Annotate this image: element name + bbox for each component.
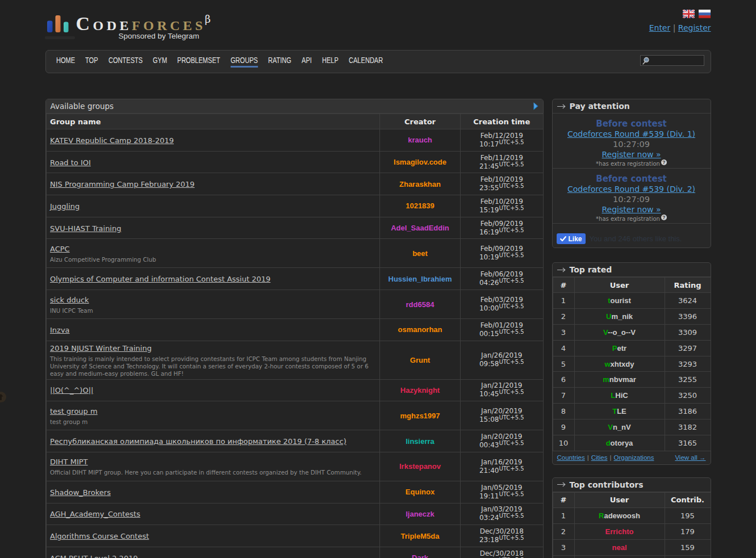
group-link[interactable]: Shadow_Brokers — [50, 488, 111, 497]
contest-link[interactable]: Codeforces Round #539 (Div. 1) — [567, 129, 695, 139]
creator-link[interactable]: Zharaskhan — [399, 180, 441, 188]
creation-time: Feb/12/201910:17UTC+5.5 — [461, 129, 544, 152]
scroll-top-button[interactable] — [0, 392, 6, 402]
nav-item-top: TOP — [85, 56, 98, 68]
group-link[interactable]: KATEV Republic Camp 2018-2019 — [50, 136, 174, 145]
groups-arrow-icon[interactable] — [533, 102, 538, 110]
group-link[interactable]: Road to IOI — [50, 158, 91, 167]
user-link[interactable] — [574, 555, 665, 558]
creator-link[interactable]: Dark — [412, 553, 428, 558]
logo-bars-icon — [47, 15, 69, 32]
timezone-sup: UTC+5.5 — [499, 139, 524, 145]
nav-link-rating[interactable]: RATING — [268, 56, 291, 68]
creator-link[interactable]: krauch — [408, 136, 432, 144]
register-now-link[interactable]: Register now » — [602, 150, 661, 159]
like-button[interactable]: Like — [557, 233, 586, 244]
help-icon[interactable]: ? — [661, 160, 667, 165]
user-link[interactable]: Radewoosh — [574, 507, 665, 523]
group-link[interactable]: Juggling — [50, 202, 80, 211]
group-link[interactable]: sick dduck — [50, 296, 89, 304]
user-row: 2Errichto179 — [553, 523, 711, 539]
group-link[interactable]: SVU-HIAST Training — [50, 224, 121, 233]
contest-countdown: 10:27:09 — [553, 194, 711, 204]
group-link[interactable]: DIHT MIPT — [50, 458, 88, 466]
nav-link-contests[interactable]: CONTESTS — [108, 56, 143, 68]
flag-uk-icon[interactable] — [683, 10, 695, 18]
register-now-link[interactable]: Register now » — [602, 205, 661, 214]
group-link[interactable]: Olympics of Computer and information Con… — [50, 275, 270, 283]
help-icon[interactable]: ? — [661, 215, 667, 220]
rank-cell: 9 — [553, 419, 574, 435]
page-header: Codeforcesβ Sponsored by Telegram — [45, 0, 711, 50]
group-link[interactable]: NIS Programming Camp February 2019 — [50, 180, 195, 188]
creator-link[interactable]: Ismagilov.code — [394, 158, 446, 166]
creator-link[interactable]: Hussien_Ibrahiem — [389, 275, 452, 283]
footer-link-countries[interactable]: Countries — [557, 454, 585, 461]
user-link[interactable]: mnbvmar — [574, 372, 665, 388]
nav-link-problemset[interactable]: PROBLEMSET — [177, 56, 220, 68]
group-link[interactable]: AGH_Academy_Contests — [50, 510, 140, 518]
logo-sponsored-text: Sponsored by Telegram — [119, 32, 211, 40]
creator-link[interactable]: ljaneczk — [406, 510, 435, 518]
user-link[interactable]: Errichto — [574, 523, 665, 539]
value-cell: 3165 — [665, 435, 711, 451]
creator-link[interactable]: rdd6584 — [406, 300, 435, 309]
search-input[interactable] — [650, 57, 702, 65]
user-link[interactable]: TLE — [574, 404, 665, 419]
nav-link-api[interactable]: API — [302, 56, 312, 68]
creation-time: Dec/30/201823:18UTC+5.5 — [461, 525, 544, 547]
user-link[interactable]: wxhtxdy — [574, 356, 665, 372]
user-link[interactable]: dotorya — [574, 435, 665, 451]
creator-link[interactable]: Equinox — [406, 488, 435, 496]
contest-countdown: 10:27:09 — [553, 139, 711, 149]
register-link[interactable]: Register — [678, 23, 711, 32]
col-creation-time: Creation time — [461, 114, 544, 129]
user-link[interactable]: neal — [574, 539, 665, 555]
creator-link[interactable]: TripleM5da — [401, 532, 440, 540]
group-row: ACM PSUT Level 2 2019DarkDec/30/201810:0… — [46, 547, 543, 558]
available-groups-box: Available groups Group name Cr — [45, 99, 544, 558]
timezone-sup: UTC+5.5 — [499, 440, 524, 446]
flag-ru-icon[interactable] — [699, 10, 711, 18]
creator-link[interactable]: 1021839 — [406, 202, 435, 210]
nav-link-groups[interactable]: GROUPS — [231, 56, 258, 68]
logo-beta: β — [204, 13, 210, 25]
rank-cell — [553, 555, 574, 558]
user-link[interactable]: Um_nik — [574, 308, 665, 324]
group-row: sick dduckINU ICPC Teamrdd6584Feb/03/201… — [46, 290, 543, 319]
creator-link[interactable]: beet — [412, 249, 428, 258]
footer-link-organizations[interactable]: Organizations — [613, 454, 654, 461]
group-link[interactable]: test group m — [50, 407, 98, 416]
group-link[interactable]: Республиканская олимпиада школьников по … — [50, 437, 346, 446]
nav-link-gym[interactable]: GYM — [153, 56, 167, 68]
user-link[interactable]: LHiC — [574, 388, 665, 404]
creator-link[interactable]: Adel_SaadEddin — [391, 224, 449, 232]
view-all-link[interactable]: View all → — [675, 454, 705, 461]
group-link[interactable]: 2019 NJUST Winter Training — [50, 344, 152, 353]
user-link[interactable]: tourist — [574, 293, 665, 309]
enter-link[interactable]: Enter — [649, 23, 671, 32]
nav-link-calendar[interactable]: CALENDAR — [349, 56, 383, 68]
nav-link-home[interactable]: HOME — [56, 56, 75, 68]
group-link[interactable]: Inzva — [50, 326, 70, 334]
footer-link-cities[interactable]: Cities — [591, 454, 608, 461]
nav-link-help[interactable]: HELP — [322, 56, 339, 68]
before-contest-label: Before contest — [553, 119, 711, 129]
codeforces-logo[interactable]: Codeforcesβ Sponsored by Telegram — [47, 15, 211, 40]
creator-link[interactable]: linsierra — [406, 437, 435, 446]
creator-link[interactable]: Hazyknight — [400, 386, 440, 395]
creator-link[interactable]: Irkstepanov — [399, 462, 441, 471]
group-link[interactable]: ||O(^_^)O|| — [50, 386, 93, 395]
group-link[interactable]: ACM PSUT Level 2 2019 — [50, 554, 138, 558]
group-row: Shadow_BrokersEquinoxJan/05/201919:11UTC… — [46, 481, 543, 503]
nav-link-top[interactable]: TOP — [85, 56, 98, 68]
creator-link[interactable]: mghzs1997 — [400, 412, 440, 420]
creator-link[interactable]: Grunt — [410, 356, 430, 364]
user-link[interactable]: Petr — [574, 340, 665, 356]
user-link[interactable]: V--o_o--V — [574, 324, 665, 340]
user-link[interactable]: Vn_nV — [574, 419, 665, 435]
group-link[interactable]: ACPC — [50, 245, 70, 253]
contest-link[interactable]: Codeforces Round #539 (Div. 2) — [567, 184, 695, 194]
creator-link[interactable]: osmanorhan — [398, 325, 442, 334]
group-link[interactable]: Algorithms Course Contest — [50, 532, 149, 540]
